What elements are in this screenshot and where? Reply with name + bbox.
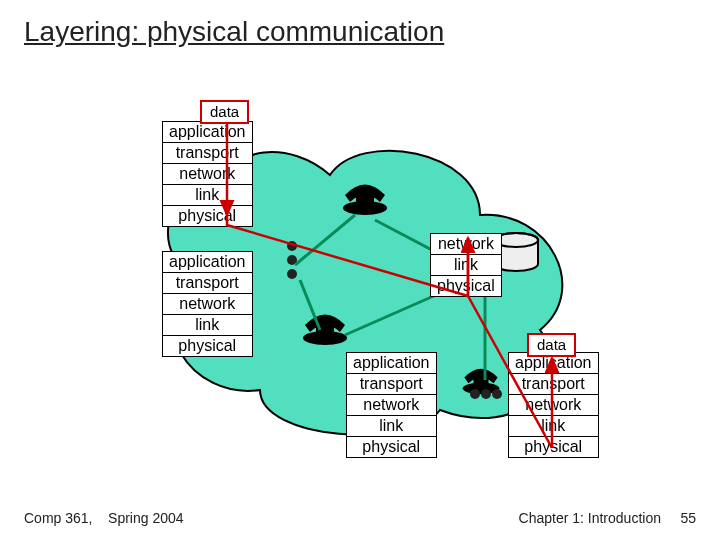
svg-point-14 [492, 389, 502, 399]
layer-application: application [163, 252, 252, 273]
layer-application: application [347, 353, 436, 374]
layer-physical: physical [347, 437, 436, 457]
svg-point-6 [287, 241, 297, 251]
layer-network: network [347, 395, 436, 416]
layer-link: link [163, 185, 252, 206]
layer-transport: transport [347, 374, 436, 395]
layer-transport: transport [163, 143, 252, 164]
svg-rect-1 [356, 194, 374, 208]
phone-icon [300, 310, 350, 346]
svg-point-8 [287, 269, 297, 279]
data-label-dest: data [527, 333, 576, 357]
page-number: 55 [680, 510, 696, 526]
footer-left: Comp 361, Spring 2004 [24, 510, 184, 526]
footer-right: Chapter 1: Introduction 55 [519, 510, 696, 526]
layer-physical: physical [431, 276, 501, 296]
layer-link: link [347, 416, 436, 437]
course-code: Comp 361, [24, 510, 92, 526]
svg-point-13 [481, 389, 491, 399]
phone-icon [340, 180, 390, 216]
layer-link: link [431, 255, 501, 276]
layer-transport: transport [509, 374, 598, 395]
stack-router: network link physical [430, 233, 502, 297]
dots-icon [468, 385, 504, 403]
term: Spring 2004 [108, 510, 184, 526]
svg-rect-3 [316, 324, 334, 338]
layer-network: network [163, 294, 252, 315]
slide-title: Layering: physical communication [24, 16, 444, 48]
layer-network: network [163, 164, 252, 185]
stack-source-host: application transport network link physi… [162, 121, 253, 227]
svg-point-12 [470, 389, 480, 399]
svg-point-7 [287, 255, 297, 265]
layer-transport: transport [163, 273, 252, 294]
layer-link: link [509, 416, 598, 437]
dots-icon [280, 240, 310, 280]
layer-application: application [163, 122, 252, 143]
data-label-source: data [200, 100, 249, 124]
layer-physical: physical [163, 336, 252, 356]
stack-host-b: application transport network link physi… [162, 251, 253, 357]
stack-host-c: application transport network link physi… [346, 352, 437, 458]
layer-link: link [163, 315, 252, 336]
layer-physical: physical [163, 206, 252, 226]
layer-network: network [431, 234, 501, 255]
chapter-label: Chapter 1: Introduction [519, 510, 661, 526]
layer-physical: physical [509, 437, 598, 457]
layer-network: network [509, 395, 598, 416]
stack-dest-host: application transport network link physi… [508, 352, 599, 458]
